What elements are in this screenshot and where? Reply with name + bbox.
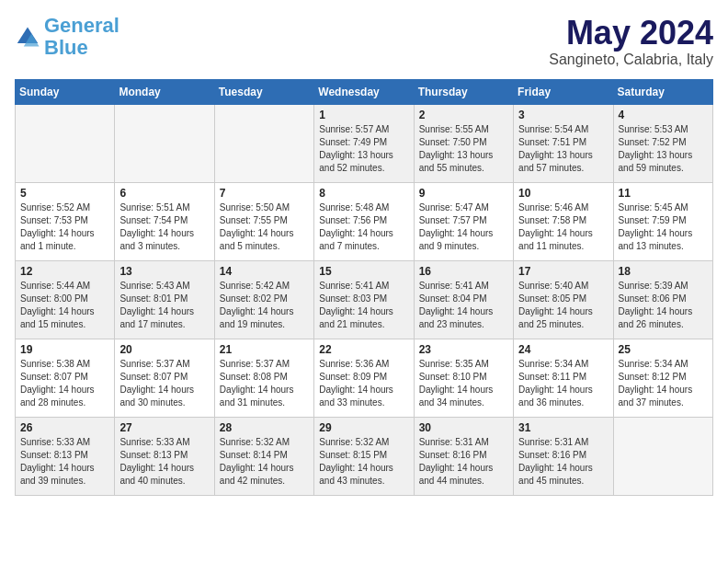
day-info: Sunrise: 5:54 AMSunset: 7:51 PMDaylight:… bbox=[518, 123, 608, 175]
calendar-cell: 2Sunrise: 5:55 AMSunset: 7:50 PMDaylight… bbox=[414, 104, 513, 182]
col-header-sunday: Sunday bbox=[16, 79, 115, 104]
day-info: Sunrise: 5:44 AMSunset: 8:00 PMDaylight:… bbox=[20, 280, 109, 331]
calendar-cell: 31Sunrise: 5:31 AMSunset: 8:16 PMDayligh… bbox=[514, 417, 613, 495]
day-info: Sunrise: 5:32 AMSunset: 8:14 PMDaylight:… bbox=[220, 436, 309, 488]
day-info: Sunrise: 5:46 AMSunset: 7:58 PMDaylight:… bbox=[518, 201, 608, 253]
day-info: Sunrise: 5:34 AMSunset: 8:12 PMDaylight:… bbox=[619, 358, 708, 409]
location: Sangineto, Calabria, Italy bbox=[549, 52, 713, 68]
day-number: 20 bbox=[119, 343, 209, 356]
day-number: 10 bbox=[518, 187, 608, 200]
day-number: 25 bbox=[619, 343, 708, 356]
calendar-cell: 12Sunrise: 5:44 AMSunset: 8:00 PMDayligh… bbox=[16, 260, 115, 339]
calendar-cell bbox=[613, 417, 712, 495]
day-info: Sunrise: 5:38 AMSunset: 8:07 PMDaylight:… bbox=[20, 358, 109, 409]
day-number: 24 bbox=[518, 343, 608, 356]
calendar-cell: 16Sunrise: 5:41 AMSunset: 8:04 PMDayligh… bbox=[414, 260, 513, 339]
calendar-cell: 7Sunrise: 5:50 AMSunset: 7:55 PMDaylight… bbox=[214, 182, 313, 260]
day-number: 21 bbox=[220, 343, 309, 356]
day-info: Sunrise: 5:50 AMSunset: 7:55 PMDaylight:… bbox=[220, 201, 309, 253]
logo-icon bbox=[15, 24, 40, 50]
calendar-cell: 1Sunrise: 5:57 AMSunset: 7:49 PMDaylight… bbox=[314, 104, 414, 182]
day-info: Sunrise: 5:48 AMSunset: 7:56 PMDaylight:… bbox=[319, 201, 408, 253]
calendar-cell: 5Sunrise: 5:52 AMSunset: 7:53 PMDaylight… bbox=[16, 182, 115, 260]
calendar-cell: 22Sunrise: 5:36 AMSunset: 8:09 PMDayligh… bbox=[314, 339, 414, 417]
day-info: Sunrise: 5:43 AMSunset: 8:01 PMDaylight:… bbox=[119, 280, 209, 331]
day-info: Sunrise: 5:45 AMSunset: 7:59 PMDaylight:… bbox=[619, 201, 708, 253]
day-number: 15 bbox=[319, 265, 408, 278]
page-header: General Blue May 2024 Sangineto, Calabri… bbox=[15, 15, 713, 68]
day-info: Sunrise: 5:36 AMSunset: 8:09 PMDaylight:… bbox=[319, 358, 408, 409]
day-info: Sunrise: 5:57 AMSunset: 7:49 PMDaylight:… bbox=[319, 123, 408, 175]
col-header-monday: Monday bbox=[115, 79, 214, 104]
calendar-cell: 20Sunrise: 5:37 AMSunset: 8:07 PMDayligh… bbox=[115, 339, 214, 417]
calendar-cell: 30Sunrise: 5:31 AMSunset: 8:16 PMDayligh… bbox=[414, 417, 513, 495]
day-info: Sunrise: 5:51 AMSunset: 7:54 PMDaylight:… bbox=[119, 201, 209, 253]
day-info: Sunrise: 5:47 AMSunset: 7:57 PMDaylight:… bbox=[419, 201, 508, 253]
calendar-cell bbox=[16, 104, 115, 182]
calendar-cell: 29Sunrise: 5:32 AMSunset: 8:15 PMDayligh… bbox=[314, 417, 414, 495]
calendar-cell: 6Sunrise: 5:51 AMSunset: 7:54 PMDaylight… bbox=[115, 182, 214, 260]
day-number: 22 bbox=[319, 343, 408, 356]
day-number: 28 bbox=[220, 421, 309, 434]
col-header-tuesday: Tuesday bbox=[214, 79, 313, 104]
calendar-cell: 9Sunrise: 5:47 AMSunset: 7:57 PMDaylight… bbox=[414, 182, 513, 260]
day-info: Sunrise: 5:39 AMSunset: 8:06 PMDaylight:… bbox=[619, 280, 708, 331]
day-number: 11 bbox=[619, 187, 708, 200]
calendar-cell: 18Sunrise: 5:39 AMSunset: 8:06 PMDayligh… bbox=[613, 260, 712, 339]
day-number: 19 bbox=[20, 343, 109, 356]
day-number: 26 bbox=[20, 421, 109, 434]
calendar-cell: 3Sunrise: 5:54 AMSunset: 7:51 PMDaylight… bbox=[514, 104, 613, 182]
title-area: May 2024 Sangineto, Calabria, Italy bbox=[549, 15, 713, 68]
day-number: 12 bbox=[20, 265, 109, 278]
col-header-friday: Friday bbox=[514, 79, 613, 104]
day-number: 13 bbox=[119, 265, 209, 278]
day-number: 4 bbox=[619, 109, 708, 121]
day-number: 23 bbox=[419, 343, 508, 356]
col-header-wednesday: Wednesday bbox=[314, 79, 414, 104]
calendar-cell: 13Sunrise: 5:43 AMSunset: 8:01 PMDayligh… bbox=[115, 260, 214, 339]
calendar-cell bbox=[115, 104, 214, 182]
day-number: 27 bbox=[119, 421, 209, 434]
day-info: Sunrise: 5:55 AMSunset: 7:50 PMDaylight:… bbox=[419, 123, 508, 175]
calendar-cell: 21Sunrise: 5:37 AMSunset: 8:08 PMDayligh… bbox=[214, 339, 313, 417]
calendar-cell: 24Sunrise: 5:34 AMSunset: 8:11 PMDayligh… bbox=[514, 339, 613, 417]
calendar-cell: 4Sunrise: 5:53 AMSunset: 7:52 PMDaylight… bbox=[613, 104, 712, 182]
day-info: Sunrise: 5:33 AMSunset: 8:13 PMDaylight:… bbox=[119, 436, 209, 488]
day-info: Sunrise: 5:37 AMSunset: 8:07 PMDaylight:… bbox=[119, 358, 209, 409]
logo-text: General Blue bbox=[44, 15, 119, 59]
calendar-cell: 14Sunrise: 5:42 AMSunset: 8:02 PMDayligh… bbox=[214, 260, 313, 339]
day-number: 3 bbox=[518, 109, 608, 121]
day-info: Sunrise: 5:40 AMSunset: 8:05 PMDaylight:… bbox=[518, 280, 608, 331]
day-info: Sunrise: 5:31 AMSunset: 8:16 PMDaylight:… bbox=[419, 436, 508, 488]
day-info: Sunrise: 5:41 AMSunset: 8:03 PMDaylight:… bbox=[319, 280, 408, 331]
col-header-saturday: Saturday bbox=[613, 79, 712, 104]
day-number: 17 bbox=[518, 265, 608, 278]
day-number: 2 bbox=[419, 109, 508, 121]
day-number: 7 bbox=[220, 187, 309, 200]
day-info: Sunrise: 5:33 AMSunset: 8:13 PMDaylight:… bbox=[20, 436, 109, 488]
calendar-cell: 17Sunrise: 5:40 AMSunset: 8:05 PMDayligh… bbox=[514, 260, 613, 339]
calendar-cell: 8Sunrise: 5:48 AMSunset: 7:56 PMDaylight… bbox=[314, 182, 414, 260]
day-number: 14 bbox=[220, 265, 309, 278]
day-info: Sunrise: 5:32 AMSunset: 8:15 PMDaylight:… bbox=[319, 436, 408, 488]
day-info: Sunrise: 5:31 AMSunset: 8:16 PMDaylight:… bbox=[518, 436, 608, 488]
day-number: 31 bbox=[518, 421, 608, 434]
calendar-cell bbox=[214, 104, 313, 182]
day-info: Sunrise: 5:37 AMSunset: 8:08 PMDaylight:… bbox=[220, 358, 309, 409]
calendar-cell: 23Sunrise: 5:35 AMSunset: 8:10 PMDayligh… bbox=[414, 339, 513, 417]
calendar-cell: 26Sunrise: 5:33 AMSunset: 8:13 PMDayligh… bbox=[16, 417, 115, 495]
day-info: Sunrise: 5:42 AMSunset: 8:02 PMDaylight:… bbox=[220, 280, 309, 331]
day-number: 1 bbox=[319, 109, 408, 121]
day-number: 18 bbox=[619, 265, 708, 278]
day-info: Sunrise: 5:35 AMSunset: 8:10 PMDaylight:… bbox=[419, 358, 508, 409]
col-header-thursday: Thursday bbox=[414, 79, 513, 104]
day-number: 30 bbox=[419, 421, 508, 434]
calendar-cell: 19Sunrise: 5:38 AMSunset: 8:07 PMDayligh… bbox=[16, 339, 115, 417]
day-number: 16 bbox=[419, 265, 508, 278]
day-number: 29 bbox=[319, 421, 408, 434]
logo: General Blue bbox=[15, 15, 119, 59]
day-info: Sunrise: 5:34 AMSunset: 8:11 PMDaylight:… bbox=[518, 358, 608, 409]
calendar-cell: 15Sunrise: 5:41 AMSunset: 8:03 PMDayligh… bbox=[314, 260, 414, 339]
day-info: Sunrise: 5:41 AMSunset: 8:04 PMDaylight:… bbox=[419, 280, 508, 331]
calendar-cell: 25Sunrise: 5:34 AMSunset: 8:12 PMDayligh… bbox=[613, 339, 712, 417]
